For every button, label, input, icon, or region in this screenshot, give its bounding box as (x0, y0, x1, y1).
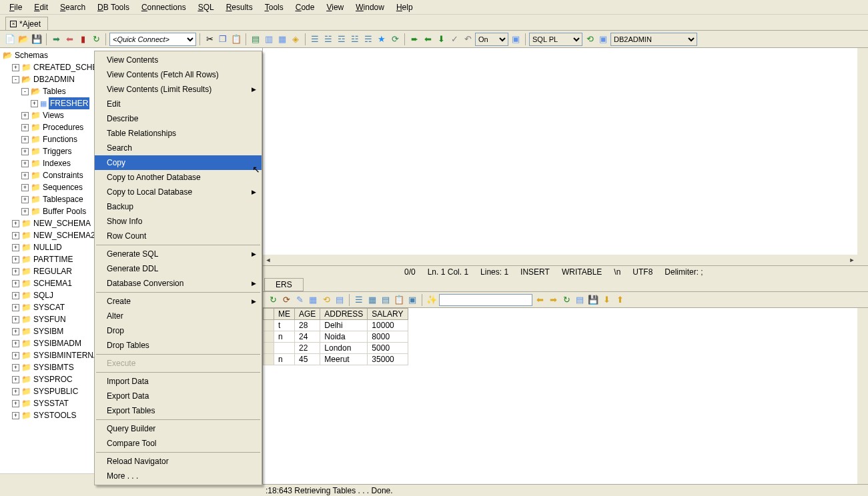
menu-tools[interactable]: Tools (260, 1, 289, 13)
tool-icon[interactable]: ▣ (597, 33, 609, 45)
menu-connections[interactable]: Connections (136, 1, 191, 13)
expand-icon[interactable]: + (12, 268, 19, 275)
menu-view[interactable]: View (321, 1, 349, 13)
tool-icon[interactable]: ✂ (203, 33, 215, 45)
tool-icon[interactable]: ▦ (307, 294, 319, 306)
expand-icon[interactable]: + (12, 256, 19, 263)
tree-node[interactable]: +📁SYSSTAT (3, 397, 104, 409)
table-row[interactable]: t28Delhi10000 (264, 320, 408, 331)
tree-node[interactable]: +📁SYSFUN (3, 313, 104, 325)
expand-icon[interactable]: + (12, 340, 19, 347)
document-tab[interactable]: × *Ajeet (5, 17, 48, 30)
menu-results[interactable]: Results (221, 1, 258, 13)
tool-icon[interactable]: ☱ (322, 33, 334, 45)
menu-window[interactable]: Window (350, 1, 390, 13)
menu-edit[interactable]: Edit (29, 1, 53, 13)
close-icon[interactable]: × (10, 21, 17, 27)
menu-item-alter[interactable]: Alter (95, 309, 262, 323)
expand-icon[interactable]: + (12, 232, 19, 239)
tree-node[interactable]: +📁SYSPUBLIC (3, 385, 104, 397)
scrollbar-vertical[interactable] (857, 308, 868, 484)
tree-node[interactable]: +📁SCHEMA1 (3, 277, 104, 289)
expand-icon[interactable]: + (12, 400, 19, 407)
tree-node[interactable]: +📁SQLJ (3, 289, 104, 301)
tree-node[interactable]: +📁SYSIBM (3, 325, 104, 337)
filter-input[interactable] (439, 294, 532, 306)
cell[interactable]: Noida (320, 331, 368, 343)
menu-item-view-contents[interactable]: View Contents (95, 53, 262, 67)
arrow-up-icon[interactable]: ⬆ (614, 294, 626, 306)
expand-icon[interactable]: + (12, 412, 19, 419)
tree-node[interactable]: +📁SYSPROC (3, 373, 104, 385)
wand-icon[interactable]: ✨ (426, 294, 438, 306)
expand-icon[interactable]: + (12, 280, 19, 287)
expand-icon[interactable]: + (21, 196, 29, 203)
tool-icon[interactable]: ☳ (349, 33, 361, 45)
expand-icon[interactable]: + (21, 136, 29, 143)
refresh-icon[interactable]: ↻ (90, 33, 102, 45)
scroll-left-icon[interactable]: ◄ (263, 255, 274, 265)
menu-file[interactable]: File (4, 1, 27, 13)
menu-item-copy[interactable]: Copy (95, 155, 262, 170)
menu-item-copy-to-another-database[interactable]: Copy to Another Database (95, 170, 262, 185)
tree-node[interactable]: +📁SYSTOOLS (3, 409, 104, 421)
arrow-right-icon[interactable]: ➨ (408, 33, 420, 45)
expand-icon[interactable]: + (21, 124, 29, 131)
tool-icon[interactable]: ❐ (217, 33, 229, 45)
menu-item-generate-ddl[interactable]: Generate DDL (95, 261, 262, 276)
menu-item-describe[interactable]: Describe (95, 111, 262, 126)
tool-icon[interactable]: 📋 (230, 33, 242, 45)
tree-node[interactable]: +📁REGULAR (3, 265, 104, 277)
expand-icon[interactable]: + (21, 208, 29, 215)
menu-sql[interactable]: SQL (193, 1, 220, 13)
expand-icon[interactable]: + (12, 64, 19, 71)
expand-icon[interactable]: + (12, 316, 19, 323)
tree-node[interactable]: +📁Sequences (3, 181, 104, 193)
menu-item-backup[interactable]: Backup (95, 199, 262, 214)
expand-icon[interactable]: + (12, 388, 19, 395)
arrow-right-icon[interactable]: ➡ (547, 294, 559, 306)
column-header[interactable]: ME (274, 309, 295, 320)
expand-icon[interactable]: + (12, 304, 19, 311)
arrow-down-icon[interactable]: ⬇ (435, 33, 447, 45)
tree-node[interactable]: +📁Functions (3, 133, 104, 145)
table-row[interactable]: n45Meerut35000 (264, 354, 408, 365)
tool-icon[interactable]: ▦ (366, 294, 378, 306)
expand-icon[interactable]: + (12, 292, 19, 299)
tree-node[interactable]: +📁NEW_SCHEMA (3, 217, 104, 229)
tool-icon[interactable]: ⟲ (320, 294, 332, 306)
column-header[interactable]: SALARY (368, 309, 408, 320)
results-tab[interactable]: ERS (264, 278, 304, 291)
menu-item-compare-tool[interactable]: Compare Tool (95, 436, 262, 451)
menu-item-edit[interactable]: Edit (95, 97, 262, 111)
tool-icon[interactable]: ☲ (336, 33, 348, 45)
menu-item-database-conversion[interactable]: Database Conversion▶ (95, 276, 262, 291)
tool-icon[interactable]: ⟲ (584, 33, 596, 45)
scrollbar-vertical[interactable] (857, 48, 868, 265)
connect-icon[interactable]: ➡ (50, 33, 62, 45)
tool-icon[interactable]: ▦ (276, 33, 288, 45)
scroll-right-icon[interactable]: ► (847, 255, 857, 265)
sql-editor[interactable]: ◄ ► (263, 48, 868, 265)
tool-icon[interactable]: ▤ (334, 294, 346, 306)
cell[interactable]: London (320, 343, 368, 354)
quick-connect-combo[interactable]: <Quick Connect> (109, 33, 196, 46)
sql-lang-combo[interactable]: SQL PL (529, 33, 582, 46)
menu-item-drop-tables[interactable]: Drop Tables (95, 338, 262, 353)
tool-icon[interactable]: ▣ (406, 294, 418, 306)
tree-node[interactable]: +📁SYSIBMADM (3, 337, 104, 349)
on-combo[interactable]: On (475, 33, 508, 46)
tree-node[interactable]: +▦FRESHER (3, 97, 104, 109)
tree-node[interactable]: +📁Constraints (3, 169, 104, 181)
expand-icon[interactable]: + (12, 376, 19, 383)
menu-item-view-contents-limit-results-[interactable]: View Contents (Limit Results)▶ (95, 82, 262, 97)
tool-icon[interactable]: ✎ (294, 294, 306, 306)
menu-item-search[interactable]: Search (95, 141, 262, 155)
copy-icon[interactable]: 📋 (393, 294, 405, 306)
menu-item-import-data[interactable]: Import Data (95, 374, 262, 389)
cell[interactable]: 35000 (368, 354, 408, 365)
menu-item-query-builder[interactable]: Query Builder (95, 421, 262, 436)
menu-item-drop[interactable]: Drop (95, 323, 262, 338)
expand-icon[interactable]: + (21, 172, 29, 179)
tree-node[interactable]: +📁SYSIBMTS (3, 361, 104, 373)
